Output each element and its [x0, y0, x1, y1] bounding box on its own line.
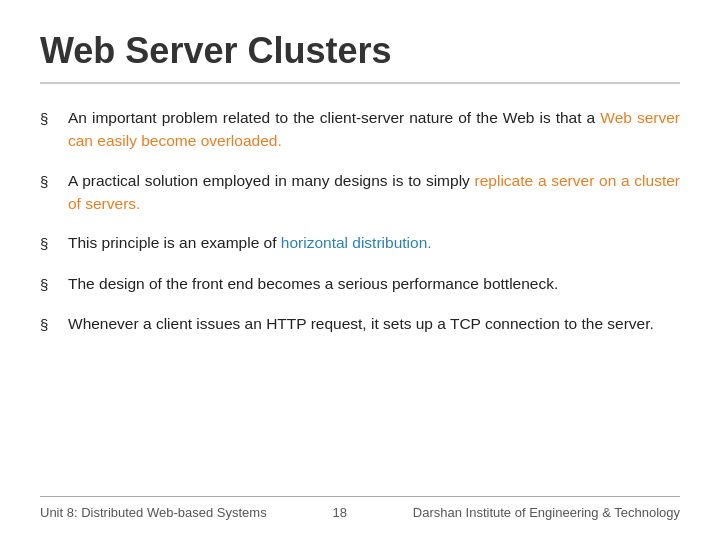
bullet-item-2: § A practical solution employed in many …	[40, 169, 680, 216]
slide-title: Web Server Clusters	[40, 30, 680, 84]
footer-center: 18	[333, 505, 347, 520]
footer: Unit 8: Distributed Web-based Systems 18…	[40, 496, 680, 520]
highlight-2: replicate a server on a cluster of serve…	[68, 172, 680, 212]
highlight-3: horizontal distribution.	[281, 234, 432, 251]
footer-left: Unit 8: Distributed Web-based Systems	[40, 505, 267, 520]
bullet-text-1: An important problem related to the clie…	[68, 106, 680, 153]
footer-right: Darshan Institute of Engineering & Techn…	[413, 505, 680, 520]
bullet-icon-1: §	[40, 108, 60, 131]
slide: Web Server Clusters § An important probl…	[0, 0, 720, 540]
bullet-item-1: § An important problem related to the cl…	[40, 106, 680, 153]
bullet-text-5: Whenever a client issues an HTTP request…	[68, 312, 680, 335]
content-area: § An important problem related to the cl…	[40, 106, 680, 496]
bullet-text-2: A practical solution employed in many de…	[68, 169, 680, 216]
bullet-item-3: § This principle is an example of horizo…	[40, 231, 680, 256]
highlight-1: Web server can easily become overloaded.	[68, 109, 680, 149]
bullet-text-4: The design of the front end becomes a se…	[68, 272, 680, 295]
bullet-icon-2: §	[40, 171, 60, 194]
bullet-item-5: § Whenever a client issues an HTTP reque…	[40, 312, 680, 337]
bullet-icon-4: §	[40, 274, 60, 297]
bullet-icon-5: §	[40, 314, 60, 337]
bullet-item-4: § The design of the front end becomes a …	[40, 272, 680, 297]
bullet-icon-3: §	[40, 233, 60, 256]
bullet-text-3: This principle is an example of horizont…	[68, 231, 680, 254]
